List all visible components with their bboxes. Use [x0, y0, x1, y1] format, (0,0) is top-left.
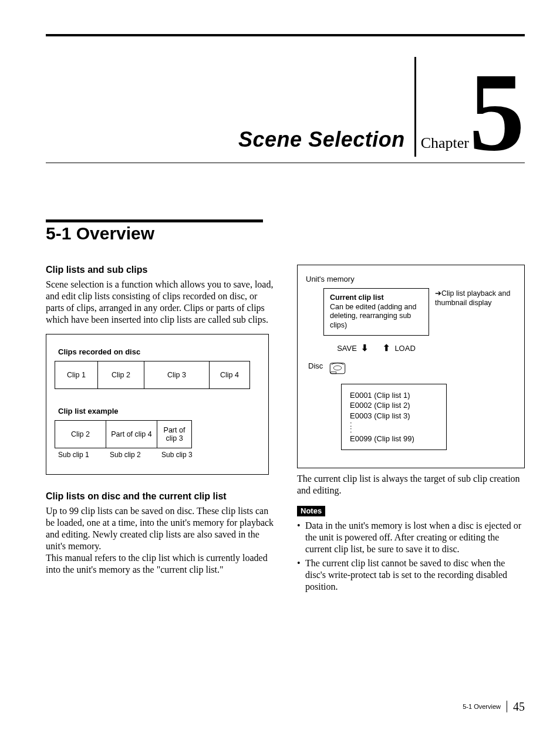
right-column: Unit's memory Current clip list Can be e…: [297, 265, 525, 595]
clip-cell: Clip 1: [55, 361, 98, 389]
load-label: LOAD: [394, 344, 415, 353]
units-memory-label: Unit's memory: [306, 275, 516, 283]
right-arrow-icon: ➔: [435, 289, 441, 298]
clip-list-file-box: E0001 (Clip list 1) E0002 (Clip list 2) …: [341, 384, 447, 451]
para-manual-refers: This manual refers to the clip list whic…: [46, 552, 276, 576]
clip-list-playback-text: ➔Clip list playback and thumbnail displa…: [435, 288, 511, 336]
sub-label: Sub clip 2: [106, 451, 158, 459]
figure-clips: Clips recorded on disc Clip 1 Clip 2 Cli…: [46, 334, 269, 475]
section-rule: [46, 219, 263, 222]
subhead-clip-lists: Clip lists and sub clips: [46, 265, 276, 275]
section-title-text: Overview: [76, 224, 154, 243]
footer-section: 5-1 Overview: [463, 703, 501, 710]
current-clip-list-body: Can be edited (adding and deleting, rear…: [330, 303, 423, 330]
svg-point-1: [334, 366, 342, 370]
arrow-down-icon: ⬇: [361, 343, 369, 353]
list-item: E0099 (Clip list 99): [350, 434, 438, 444]
header-divider: [414, 57, 416, 157]
arrow-up-icon: ⬆: [383, 343, 390, 353]
disc-label: Disc: [308, 360, 323, 370]
figure-memory-disc: Unit's memory Current clip list Can be e…: [297, 265, 525, 468]
para-scene-selection: Scene selection is a function which allo…: [46, 279, 276, 326]
vertical-dots-icon: :: [350, 428, 438, 432]
sub-clip-labels: Sub clip 1 Sub clip 2 Sub clip 3: [55, 451, 260, 459]
left-column: Clip lists and sub clips Scene selection…: [46, 265, 276, 595]
list-item: E0003 (Clip list 3): [350, 411, 438, 421]
notes-list: Data in the unit's memory is lost when a…: [297, 520, 525, 593]
clip-cell: Clip 4: [209, 361, 250, 389]
figure-caption-b: Clip list example: [58, 407, 260, 415]
list-item: E0002 (Clip list 2): [350, 400, 438, 411]
chapter-header: Scene Selection Chapter 5: [46, 34, 525, 163]
list-item: E0001 (Clip list 1): [350, 390, 438, 401]
figure-caption-a: Clips recorded on disc: [58, 347, 260, 356]
subhead-disc-current: Clip lists on disc and the current clip …: [46, 491, 276, 502]
current-clip-list-title: Current clip list: [330, 293, 423, 303]
clip-row-recorded: Clip 1 Clip 2 Clip 3 Clip 4: [55, 361, 260, 389]
disc-icon: [329, 360, 346, 376]
current-clip-list-box: Current clip list Can be edited (adding …: [323, 288, 429, 336]
clip-cell: Clip 3: [144, 361, 210, 389]
note-item: The current clip list cannot be saved to…: [297, 557, 525, 593]
notes-badge: Notes: [297, 506, 325, 516]
clip-cell: Clip 2: [55, 420, 106, 448]
chapter-title: Scene Selection: [238, 127, 405, 151]
save-label: SAVE: [337, 344, 357, 353]
clip-cell: Clip 2: [97, 361, 144, 389]
para-up-to-99: Up to 99 clip lists can be saved on disc…: [46, 505, 276, 552]
page-footer: 5-1 Overview 45: [463, 701, 525, 712]
clip-cell: Part of clip 3: [157, 420, 192, 448]
chapter-number: 5: [469, 62, 525, 163]
section-heading: 5-1 Overview: [46, 224, 525, 244]
sub-label: Sub clip 3: [158, 451, 199, 459]
section-number: 5-1: [46, 224, 71, 243]
clip-cell: Part of clip 4: [106, 420, 157, 448]
page-number: 45: [507, 701, 525, 712]
sub-label: Sub clip 1: [55, 451, 106, 459]
chapter-word: Chapter: [421, 134, 469, 151]
vertical-dots-icon: :: [350, 422, 438, 427]
save-load-arrows: SAVE ⬇ ⬆ LOAD: [323, 343, 429, 353]
note-item: Data in the unit's memory is lost when a…: [297, 520, 525, 555]
para-current-target: The current clip list is always the targ…: [297, 473, 525, 496]
clip-row-example: Clip 2 Part of clip 4 Part of clip 3: [55, 420, 260, 448]
